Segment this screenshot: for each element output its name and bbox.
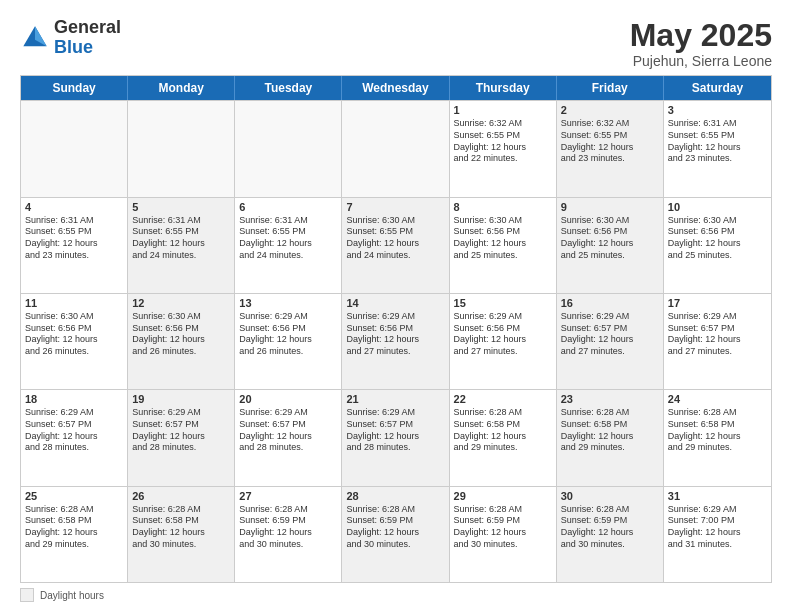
day-info: Sunrise: 6:28 AM Sunset: 6:58 PM Dayligh…: [668, 407, 767, 454]
day-number: 20: [239, 393, 337, 405]
calendar-cell-week5-day2: 26Sunrise: 6:28 AM Sunset: 6:58 PM Dayli…: [128, 487, 235, 582]
calendar-cell-week2-day1: 4Sunrise: 6:31 AM Sunset: 6:55 PM Daylig…: [21, 198, 128, 293]
calendar-cell-week5-day1: 25Sunrise: 6:28 AM Sunset: 6:58 PM Dayli…: [21, 487, 128, 582]
day-number: 22: [454, 393, 552, 405]
footer-note: Daylight hours: [20, 588, 772, 602]
calendar-cell-week4-day7: 24Sunrise: 6:28 AM Sunset: 6:58 PM Dayli…: [664, 390, 771, 485]
title-block: May 2025 Pujehun, Sierra Leone: [630, 18, 772, 69]
calendar-cell-week1-day5: 1Sunrise: 6:32 AM Sunset: 6:55 PM Daylig…: [450, 101, 557, 196]
day-info: Sunrise: 6:28 AM Sunset: 6:58 PM Dayligh…: [454, 407, 552, 454]
day-info: Sunrise: 6:30 AM Sunset: 6:56 PM Dayligh…: [561, 215, 659, 262]
calendar-week-4: 18Sunrise: 6:29 AM Sunset: 6:57 PM Dayli…: [21, 389, 771, 485]
calendar-cell-week5-day4: 28Sunrise: 6:28 AM Sunset: 6:59 PM Dayli…: [342, 487, 449, 582]
day-number: 8: [454, 201, 552, 213]
calendar-week-1: 1Sunrise: 6:32 AM Sunset: 6:55 PM Daylig…: [21, 100, 771, 196]
logo-blue: Blue: [54, 37, 93, 57]
day-number: 4: [25, 201, 123, 213]
logo: General Blue: [20, 18, 121, 58]
day-info: Sunrise: 6:29 AM Sunset: 6:56 PM Dayligh…: [454, 311, 552, 358]
day-number: 10: [668, 201, 767, 213]
logo-icon: [20, 23, 50, 53]
calendar-cell-week4-day5: 22Sunrise: 6:28 AM Sunset: 6:58 PM Dayli…: [450, 390, 557, 485]
day-info: Sunrise: 6:29 AM Sunset: 6:57 PM Dayligh…: [668, 311, 767, 358]
day-info: Sunrise: 6:28 AM Sunset: 6:59 PM Dayligh…: [561, 504, 659, 551]
calendar-cell-week3-day6: 16Sunrise: 6:29 AM Sunset: 6:57 PM Dayli…: [557, 294, 664, 389]
footer-label: Daylight hours: [40, 590, 104, 601]
calendar-header-sunday: Sunday: [21, 76, 128, 100]
title-location: Pujehun, Sierra Leone: [630, 53, 772, 69]
day-number: 7: [346, 201, 444, 213]
day-info: Sunrise: 6:29 AM Sunset: 6:57 PM Dayligh…: [25, 407, 123, 454]
day-number: 24: [668, 393, 767, 405]
calendar-header-saturday: Saturday: [664, 76, 771, 100]
day-info: Sunrise: 6:29 AM Sunset: 6:57 PM Dayligh…: [561, 311, 659, 358]
day-info: Sunrise: 6:31 AM Sunset: 6:55 PM Dayligh…: [25, 215, 123, 262]
day-number: 9: [561, 201, 659, 213]
day-number: 31: [668, 490, 767, 502]
day-info: Sunrise: 6:28 AM Sunset: 6:58 PM Dayligh…: [561, 407, 659, 454]
day-info: Sunrise: 6:29 AM Sunset: 6:57 PM Dayligh…: [346, 407, 444, 454]
day-info: Sunrise: 6:31 AM Sunset: 6:55 PM Dayligh…: [239, 215, 337, 262]
day-info: Sunrise: 6:29 AM Sunset: 6:57 PM Dayligh…: [132, 407, 230, 454]
day-number: 3: [668, 104, 767, 116]
calendar-header-row: SundayMondayTuesdayWednesdayThursdayFrid…: [21, 76, 771, 100]
calendar-cell-week2-day4: 7Sunrise: 6:30 AM Sunset: 6:55 PM Daylig…: [342, 198, 449, 293]
day-info: Sunrise: 6:30 AM Sunset: 6:56 PM Dayligh…: [25, 311, 123, 358]
calendar-body: 1Sunrise: 6:32 AM Sunset: 6:55 PM Daylig…: [21, 100, 771, 582]
day-number: 6: [239, 201, 337, 213]
day-info: Sunrise: 6:29 AM Sunset: 7:00 PM Dayligh…: [668, 504, 767, 551]
day-info: Sunrise: 6:32 AM Sunset: 6:55 PM Dayligh…: [454, 118, 552, 165]
page: General Blue May 2025 Pujehun, Sierra Le…: [0, 0, 792, 612]
calendar-cell-week1-day1: [21, 101, 128, 196]
day-info: Sunrise: 6:28 AM Sunset: 6:58 PM Dayligh…: [132, 504, 230, 551]
calendar-cell-week1-day3: [235, 101, 342, 196]
day-number: 1: [454, 104, 552, 116]
day-info: Sunrise: 6:29 AM Sunset: 6:57 PM Dayligh…: [239, 407, 337, 454]
calendar-cell-week2-day6: 9Sunrise: 6:30 AM Sunset: 6:56 PM Daylig…: [557, 198, 664, 293]
calendar-header-thursday: Thursday: [450, 76, 557, 100]
calendar-cell-week3-day2: 12Sunrise: 6:30 AM Sunset: 6:56 PM Dayli…: [128, 294, 235, 389]
day-info: Sunrise: 6:30 AM Sunset: 6:56 PM Dayligh…: [454, 215, 552, 262]
day-number: 18: [25, 393, 123, 405]
footer-shaded-box: [20, 588, 34, 602]
calendar-cell-week3-day1: 11Sunrise: 6:30 AM Sunset: 6:56 PM Dayli…: [21, 294, 128, 389]
calendar-cell-week4-day2: 19Sunrise: 6:29 AM Sunset: 6:57 PM Dayli…: [128, 390, 235, 485]
day-number: 5: [132, 201, 230, 213]
calendar: SundayMondayTuesdayWednesdayThursdayFrid…: [20, 75, 772, 583]
day-number: 25: [25, 490, 123, 502]
calendar-cell-week4-day6: 23Sunrise: 6:28 AM Sunset: 6:58 PM Dayli…: [557, 390, 664, 485]
day-number: 28: [346, 490, 444, 502]
calendar-cell-week1-day4: [342, 101, 449, 196]
calendar-cell-week1-day2: [128, 101, 235, 196]
calendar-cell-week4-day1: 18Sunrise: 6:29 AM Sunset: 6:57 PM Dayli…: [21, 390, 128, 485]
day-info: Sunrise: 6:30 AM Sunset: 6:56 PM Dayligh…: [132, 311, 230, 358]
calendar-cell-week3-day5: 15Sunrise: 6:29 AM Sunset: 6:56 PM Dayli…: [450, 294, 557, 389]
day-number: 14: [346, 297, 444, 309]
day-info: Sunrise: 6:28 AM Sunset: 6:59 PM Dayligh…: [239, 504, 337, 551]
calendar-cell-week5-day5: 29Sunrise: 6:28 AM Sunset: 6:59 PM Dayli…: [450, 487, 557, 582]
day-number: 17: [668, 297, 767, 309]
day-info: Sunrise: 6:31 AM Sunset: 6:55 PM Dayligh…: [668, 118, 767, 165]
day-number: 30: [561, 490, 659, 502]
calendar-week-5: 25Sunrise: 6:28 AM Sunset: 6:58 PM Dayli…: [21, 486, 771, 582]
day-number: 16: [561, 297, 659, 309]
day-info: Sunrise: 6:28 AM Sunset: 6:58 PM Dayligh…: [25, 504, 123, 551]
day-number: 15: [454, 297, 552, 309]
calendar-week-2: 4Sunrise: 6:31 AM Sunset: 6:55 PM Daylig…: [21, 197, 771, 293]
calendar-cell-week3-day7: 17Sunrise: 6:29 AM Sunset: 6:57 PM Dayli…: [664, 294, 771, 389]
calendar-cell-week1-day7: 3Sunrise: 6:31 AM Sunset: 6:55 PM Daylig…: [664, 101, 771, 196]
day-info: Sunrise: 6:29 AM Sunset: 6:56 PM Dayligh…: [346, 311, 444, 358]
day-number: 27: [239, 490, 337, 502]
calendar-cell-week2-day7: 10Sunrise: 6:30 AM Sunset: 6:56 PM Dayli…: [664, 198, 771, 293]
calendar-cell-week2-day5: 8Sunrise: 6:30 AM Sunset: 6:56 PM Daylig…: [450, 198, 557, 293]
calendar-header-tuesday: Tuesday: [235, 76, 342, 100]
calendar-cell-week3-day4: 14Sunrise: 6:29 AM Sunset: 6:56 PM Dayli…: [342, 294, 449, 389]
calendar-header-wednesday: Wednesday: [342, 76, 449, 100]
calendar-cell-week3-day3: 13Sunrise: 6:29 AM Sunset: 6:56 PM Dayli…: [235, 294, 342, 389]
calendar-cell-week5-day6: 30Sunrise: 6:28 AM Sunset: 6:59 PM Dayli…: [557, 487, 664, 582]
day-number: 12: [132, 297, 230, 309]
day-number: 2: [561, 104, 659, 116]
day-number: 26: [132, 490, 230, 502]
calendar-header-monday: Monday: [128, 76, 235, 100]
calendar-cell-week4-day4: 21Sunrise: 6:29 AM Sunset: 6:57 PM Dayli…: [342, 390, 449, 485]
